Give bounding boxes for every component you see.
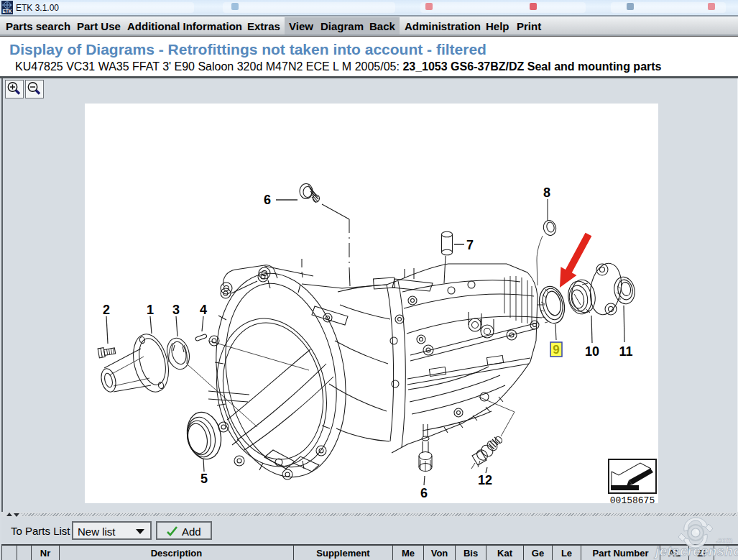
svg-text:ETK: ETK xyxy=(3,9,12,14)
svg-text:.com: .com xyxy=(716,536,732,544)
svg-text:6: 6 xyxy=(420,486,428,500)
svg-text:12: 12 xyxy=(478,473,492,487)
svg-text:2: 2 xyxy=(103,303,110,317)
svg-text:4: 4 xyxy=(200,303,207,317)
svg-text:3: 3 xyxy=(172,303,180,317)
svg-text:10: 10 xyxy=(585,344,599,359)
svg-text:8: 8 xyxy=(543,185,550,200)
svg-text:11: 11 xyxy=(619,344,632,359)
svg-text:7: 7 xyxy=(466,238,474,252)
svg-text:5: 5 xyxy=(200,472,208,486)
svg-text:6: 6 xyxy=(264,193,271,207)
svg-text:jetscreenshot: jetscreenshot xyxy=(654,543,738,559)
svg-text:00158675: 00158675 xyxy=(610,495,655,503)
svg-text:1: 1 xyxy=(147,303,154,317)
svg-text:9: 9 xyxy=(553,343,559,357)
